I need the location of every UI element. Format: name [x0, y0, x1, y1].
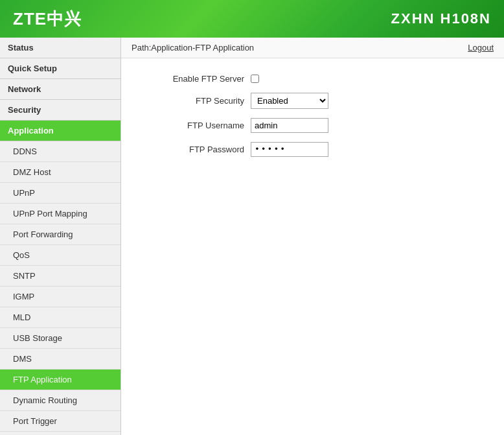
sidebar-item-status[interactable]: Status: [0, 38, 120, 58]
sidebar-item-dynamic-routing[interactable]: Dynamic Routing: [0, 390, 120, 411]
sidebar: Status Quick Setup Network Security Appl…: [0, 38, 121, 435]
sidebar-item-qos[interactable]: QoS: [0, 245, 120, 266]
enable-ftp-server-checkbox[interactable]: [251, 75, 259, 83]
sidebar-item-port-trigger[interactable]: Port Trigger: [0, 411, 120, 432]
ftp-security-row: FTP Security Enabled Disabled: [141, 93, 485, 109]
ftp-password-input[interactable]: [251, 142, 328, 157]
content-area: Enable FTP Server FTP Security Enabled D…: [121, 58, 504, 182]
sidebar-item-dmz-host[interactable]: DMZ Host: [0, 162, 120, 183]
sidebar-item-upnp-port-mapping[interactable]: UPnP Port Mapping: [0, 204, 120, 224]
ftp-username-row: FTP Username: [141, 118, 485, 133]
ftp-password-label: FTP Password: [141, 145, 244, 154]
model-title: ZXHN H108N: [391, 10, 491, 27]
sidebar-item-administration[interactable]: Administration: [0, 432, 120, 435]
logo: ZTE中兴: [13, 8, 82, 30]
enable-ftp-server-row: Enable FTP Server: [141, 74, 485, 84]
logout-button[interactable]: Logout: [468, 43, 494, 53]
sidebar-item-application[interactable]: Application: [0, 121, 120, 141]
ftp-security-select[interactable]: Enabled Disabled: [251, 93, 328, 109]
sidebar-item-igmp[interactable]: IGMP: [0, 287, 120, 307]
sidebar-item-security[interactable]: Security: [0, 100, 120, 121]
sidebar-item-port-forwarding[interactable]: Port Forwarding: [0, 224, 120, 245]
breadcrumb: Path:Application-FTP Application: [132, 43, 254, 53]
ftp-password-row: FTP Password: [141, 142, 485, 157]
header: ZTE中兴 ZXHN H108N: [0, 0, 504, 38]
ftp-username-input[interactable]: [251, 118, 328, 133]
sidebar-item-mld[interactable]: MLD: [0, 307, 120, 328]
sidebar-item-upnp[interactable]: UPnP: [0, 183, 120, 204]
sidebar-item-dms[interactable]: DMS: [0, 349, 120, 370]
sidebar-item-network[interactable]: Network: [0, 79, 120, 100]
breadcrumb-bar: Path:Application-FTP Application Logout: [121, 38, 504, 58]
sidebar-item-quick-setup[interactable]: Quick Setup: [0, 58, 120, 79]
enable-ftp-server-label: Enable FTP Server: [141, 74, 244, 84]
ftp-username-label: FTP Username: [141, 121, 244, 130]
sidebar-item-ddns[interactable]: DDNS: [0, 141, 120, 162]
ftp-security-label: FTP Security: [141, 96, 244, 106]
sidebar-item-usb-storage[interactable]: USB Storage: [0, 328, 120, 349]
main-layout: Status Quick Setup Network Security Appl…: [0, 38, 504, 435]
sidebar-item-ftp-application[interactable]: FTP Application: [0, 370, 120, 390]
sidebar-item-sntp[interactable]: SNTP: [0, 266, 120, 287]
main-content: Path:Application-FTP Application Logout …: [121, 38, 504, 435]
